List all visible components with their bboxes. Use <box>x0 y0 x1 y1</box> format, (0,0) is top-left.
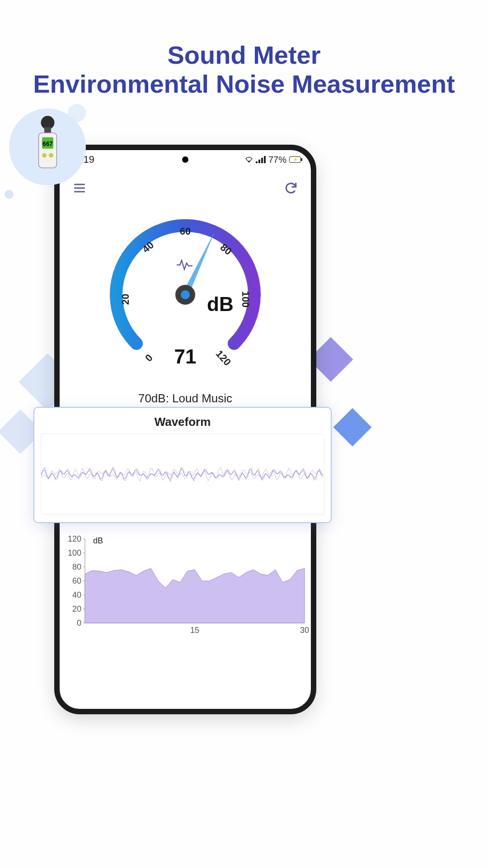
waveform-canvas <box>41 434 324 515</box>
gauge-hub <box>175 285 195 305</box>
svg-text:0: 0 <box>77 618 81 627</box>
svg-text:30: 30 <box>300 626 309 635</box>
svg-point-5 <box>42 153 47 158</box>
gauge-tick-100: 100 <box>239 291 251 308</box>
waveform-title: Waveform <box>41 415 324 429</box>
history-chart: 0204060801001201530dBsec <box>60 533 311 637</box>
waveform-card: Waveform <box>33 407 332 523</box>
promo-line1: Sound Meter <box>0 41 488 70</box>
svg-point-6 <box>49 153 53 158</box>
svg-text:120: 120 <box>68 534 81 543</box>
svg-point-7 <box>248 160 250 162</box>
svg-text:40: 40 <box>72 590 81 599</box>
svg-text:15: 15 <box>190 626 199 635</box>
camera-hole <box>182 156 188 163</box>
signal-icon <box>256 156 266 163</box>
battery-percentage: 77% <box>268 155 286 165</box>
pulse-icon <box>176 259 194 274</box>
sound-meter-device-icon: 667 <box>9 108 86 185</box>
menu-icon[interactable] <box>72 181 87 195</box>
svg-text:20: 20 <box>72 604 81 613</box>
background-decoration <box>333 408 372 447</box>
svg-text:667: 667 <box>42 141 53 147</box>
refresh-icon[interactable] <box>284 181 298 195</box>
gauge-tick-60: 60 <box>180 226 191 237</box>
gauge-reading-value: 71 <box>174 345 197 368</box>
promo-title: Sound Meter Environmental Noise Measurem… <box>0 41 488 99</box>
battery-icon: ⚡ <box>289 156 301 163</box>
svg-text:dB: dB <box>93 536 103 545</box>
promo-line2: Environmental Noise Measurement <box>0 70 488 99</box>
gauge-tick-20: 20 <box>120 294 131 305</box>
svg-text:60: 60 <box>72 576 81 585</box>
decibel-gauge: 0 20 40 60 80 100 120 dB 71 <box>60 200 311 390</box>
svg-text:100: 100 <box>68 548 81 557</box>
gauge-db-unit: dB <box>207 293 234 316</box>
wifi-icon <box>245 155 253 165</box>
svg-text:80: 80 <box>72 562 81 571</box>
background-decoration <box>5 190 14 199</box>
noise-description: 70dB: Loud Music <box>60 392 311 406</box>
